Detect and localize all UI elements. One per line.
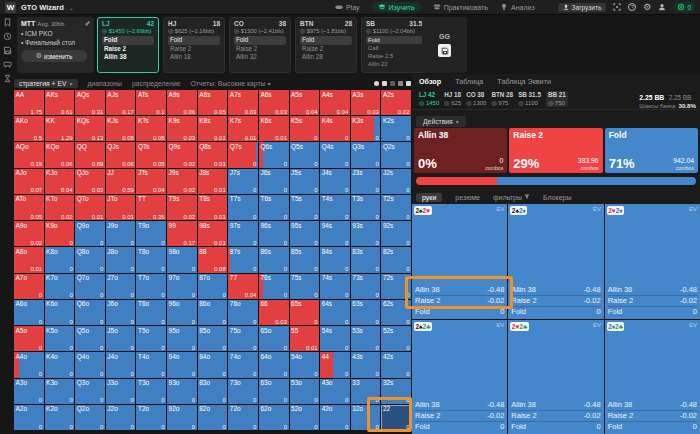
matrix-cell-87o[interactable]: 87o0 [198,274,228,299]
matrix-cell-A2s[interactable]: A2s0.02 [381,90,411,115]
nav-item-play[interactable]: Play [335,3,360,11]
matrix-cell-K6o[interactable]: K6o0 [45,300,75,325]
action-row-allin-22[interactable]: Allin 22 [366,60,422,68]
matrix-cell-Q2s[interactable]: Q2s0 [381,142,411,167]
matrix-cell-J9o[interactable]: J9o0 [106,221,136,246]
strategy-box-allin[interactable]: Allin 380%0combos [414,128,507,173]
scan-icon[interactable] [613,3,621,11]
matrix-cell-T7o[interactable]: T7o0 [136,274,166,299]
action-row-allin-32[interactable]: Allin 32 [234,53,286,62]
matrix-cell-K3s[interactable]: K3s0 [351,116,381,141]
matrix-cell-86s[interactable]: 86s0 [259,247,289,272]
reports-dropdown[interactable]: Отчеты: Высокие карты ▾ [191,80,271,87]
matrix-cell-82o[interactable]: 82o0 [198,405,228,430]
matrix-cell-A8o[interactable]: A8o0.01 [14,247,44,272]
matrix-cell-T4o[interactable]: T4o0 [136,352,166,377]
matrix-cell-66[interactable]: 660.03 [259,300,289,325]
matrix-cell-K8o[interactable]: K8o0 [45,247,75,272]
matrix-cell-JTo[interactable]: JTo0.01 [106,195,136,220]
matrix-cell-42o[interactable]: 42o0 [320,405,350,430]
matrix-cell-64s[interactable]: 64s0 [320,300,350,325]
matrix-cell-Q8s[interactable]: Q8s0.01 [198,142,228,167]
matrix-cell-T6s[interactable]: T6s0 [259,195,289,220]
matrix-cell-T7s[interactable]: T7s0 [228,195,258,220]
matrix-cell-64o[interactable]: 64o0 [259,352,289,377]
summary-chip-bb[interactable]: BB 21◎ 750 [546,91,568,107]
matrix-cell-A6s[interactable]: A6s0.03 [259,90,289,115]
matrix-cell-Q5o[interactable]: Q5o0 [75,326,105,351]
matrix-cell-KQo[interactable]: KQo0.06 [45,142,75,167]
matrix-cell-65o[interactable]: 65o0 [259,326,289,351]
matrix-cell-J4o[interactable]: J4o0 [106,352,136,377]
matrix-cell-T4s[interactable]: T4s0 [320,195,350,220]
matrix-cell-74o[interactable]: 74o0 [228,352,258,377]
matrix-cell-A4o[interactable]: A4o0 [14,352,44,377]
action-row-raise-2[interactable]: Raise 2 [234,45,286,54]
matrix-cell-J5o[interactable]: J5o0 [106,326,136,351]
matrix-cell-76o[interactable]: 76o0 [228,300,258,325]
matrix-cell-97s[interactable]: 97s0 [228,221,258,246]
matrix-cell-J2s[interactable]: J2s0 [381,169,411,194]
matrix-cell-55[interactable]: 550.01 [290,326,320,351]
matrix-cell-Q5s[interactable]: Q5s0 [290,142,320,167]
strategy-ev-dropdown[interactable]: стратегия + EV▾ [14,79,78,88]
tab-blockers[interactable]: Блокеры [543,194,572,201]
summary-chip-lj[interactable]: LJ 42◎ 1450 [419,91,439,107]
bookmark-icon[interactable] [3,18,12,27]
matrix-cell-Q6o[interactable]: Q6o0 [75,300,105,325]
matrix-cell-96s[interactable]: 96s0 [259,221,289,246]
matrix-cell-QTs[interactable]: QTs0.05 [136,142,166,167]
tab-equity-table[interactable]: Таблица Эквити [497,77,551,86]
matrix-cell-75o[interactable]: 75o0 [228,326,258,351]
matrix-cell-54s[interactable]: 54s0 [320,326,350,351]
matrix-cell-72s[interactable]: 72s0 [381,274,411,299]
matrix-cell-53s[interactable]: 53s0 [351,326,381,351]
position-panel-lj[interactable]: LJ42◎ $1450 (~2.69bb)FoldRaise 2Allin 38 [97,17,159,73]
matrix-cell-AA[interactable]: AA1.75 [14,90,44,115]
matrix-cell-Q8o[interactable]: Q8o0 [75,247,105,272]
chevron-down-icon[interactable]: ⌄ [69,4,74,11]
matrix-cell-QTo[interactable]: QTo0.01 [75,195,105,220]
matrix-cell-Q3s[interactable]: Q3s0 [351,142,381,167]
action-row-allin-18[interactable]: Allin 18 [168,53,220,62]
matrix-cell-94o[interactable]: 94o0 [167,352,197,377]
matrix-cell-A3o[interactable]: A3o0 [14,379,44,404]
matrix-cell-J8s[interactable]: J8s0.01 [198,169,228,194]
matrix-cell-Q9s[interactable]: Q9s0.02 [167,142,197,167]
save-icon[interactable] [3,46,12,55]
matrix-cell-A7o[interactable]: A7o0 [14,274,44,299]
matrix-cell-85s[interactable]: 85s0 [290,247,320,272]
matrix-cell-J7s[interactable]: J7s0 [228,169,258,194]
matrix-cell-97o[interactable]: 97o0 [167,274,197,299]
matrix-cell-32o[interactable]: 32o0 [351,405,381,430]
matrix-cell-A2o[interactable]: A2o0 [14,405,44,430]
summary-chip-btn[interactable]: BTN 28◎ 975 [491,91,513,107]
account-icon[interactable] [658,3,666,11]
matrix-cell-A9s[interactable]: A9s0.06 [167,90,197,115]
action-row-fold[interactable]: Fold [366,36,422,44]
display-circle-icon[interactable] [374,81,379,86]
matrix-cell-JTs[interactable]: JTs0.04 [136,169,166,194]
matrix-cell-JJ[interactable]: JJ0.59 [106,169,136,194]
matrix-cell-J6o[interactable]: J6o0 [106,300,136,325]
matrix-cell-K5o[interactable]: K5o0 [45,326,75,351]
matrix-cell-Q4s[interactable]: Q4s0 [320,142,350,167]
matrix-cell-82s[interactable]: 82s0 [381,247,411,272]
matrix-cell-K7o[interactable]: K7o0 [45,274,75,299]
matrix-cell-A6o[interactable]: A6o0 [14,300,44,325]
summary-chip-co[interactable]: CO 38◎ 1300 [466,91,486,107]
matrix-cell-52s[interactable]: 52s0 [381,326,411,351]
matrix-cell-84s[interactable]: 84s0 [320,247,350,272]
matrix-cell-AKo[interactable]: AKo0.5 [14,116,44,141]
matrix-cell-92s[interactable]: 92s0 [381,221,411,246]
matrix-cell-98o[interactable]: 98o0 [167,247,197,272]
matrix-cell-Q7o[interactable]: Q7o0 [75,274,105,299]
matrix-cell-95o[interactable]: 95o0 [167,326,197,351]
matrix-cell-K9o[interactable]: K9o0 [45,221,75,246]
matrix-cell-QJs[interactable]: QJs0.06 [106,142,136,167]
action-row-raise-2-5[interactable]: Raise 2.5 [366,52,422,60]
actions-dropdown[interactable]: Действия ▾ [416,116,466,127]
upload-button[interactable]: Загрузить [558,3,607,12]
tab-distribution[interactable]: распределение [132,80,181,87]
settings-gear-icon[interactable]: ⚙ [643,3,651,11]
